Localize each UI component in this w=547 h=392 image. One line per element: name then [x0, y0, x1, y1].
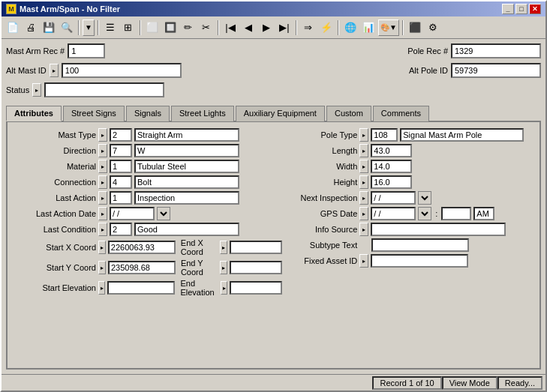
width-input[interactable] — [371, 160, 412, 173]
start-x-coord-row: Start X Coord ▸ End X Coord ▸ — [14, 238, 282, 256]
filter-dropdown[interactable]: ▼ — [83, 19, 95, 36]
close-button[interactable]: ✕ — [529, 4, 541, 14]
status-input[interactable] — [44, 82, 164, 97]
record-info: Record 1 of 10 — [380, 379, 434, 388]
gps-ampm-input[interactable] — [473, 207, 494, 220]
alt-pole-id-input[interactable] — [451, 63, 541, 78]
globe-button[interactable]: 🌐 — [342, 19, 359, 36]
start-y-coord-input[interactable] — [108, 261, 176, 274]
start-elevation-icon[interactable]: ▸ — [98, 281, 105, 295]
info-source-icon[interactable]: ▸ — [359, 223, 368, 236]
action2-button[interactable]: ⚡ — [318, 19, 335, 36]
end-elevation-icon[interactable]: ▸ — [221, 281, 227, 295]
subtype-text-input[interactable] — [371, 238, 469, 252]
misc1-button[interactable]: ⬛ — [407, 19, 423, 36]
fixed-asset-id-input[interactable] — [371, 254, 468, 268]
color-dropdown[interactable]: 🎨▼ — [378, 19, 399, 36]
chart-button[interactable]: 📊 — [360, 19, 377, 36]
end-y-coord-icon[interactable]: ▸ — [220, 261, 227, 274]
last-action-date-icon[interactable]: ▸ — [98, 207, 107, 220]
end-elevation-input[interactable] — [230, 281, 282, 295]
last-condition-code-input[interactable] — [110, 223, 132, 236]
direction-desc-input[interactable] — [134, 144, 239, 157]
length-input[interactable] — [371, 144, 412, 157]
tool1-button[interactable]: ⬜ — [144, 19, 161, 36]
connection-desc-input[interactable] — [134, 175, 239, 189]
alt-mast-id-input[interactable] — [62, 63, 182, 78]
list-button[interactable]: ☰ — [102, 19, 119, 36]
start-y-coord-icon[interactable]: ▸ — [98, 261, 106, 274]
tab-street-signs[interactable]: Street Signs — [63, 106, 125, 121]
next-inspection-input[interactable] — [371, 191, 416, 205]
mast-type-icon[interactable]: ▸ — [98, 128, 107, 142]
print-button[interactable]: 🖨 — [23, 19, 39, 36]
next-inspection-icon[interactable]: ▸ — [359, 191, 368, 205]
last-condition-desc-input[interactable] — [134, 223, 239, 236]
new-button[interactable]: 📄 — [5, 19, 21, 36]
tab-auxiliary-equipment[interactable]: Auxiliary Equipment — [236, 106, 325, 121]
nav-last-button[interactable]: ▶| — [276, 19, 293, 36]
alt-mast-id-icon[interactable]: ▸ — [50, 64, 59, 77]
last-condition-icon[interactable]: ▸ — [98, 223, 107, 236]
length-icon[interactable]: ▸ — [359, 144, 368, 157]
tab-attributes[interactable]: Attributes — [6, 106, 62, 121]
material-desc-input[interactable] — [134, 160, 239, 173]
last-action-code-input[interactable] — [110, 191, 132, 205]
connection-icon[interactable]: ▸ — [98, 175, 107, 189]
tab-street-lights[interactable]: Street Lights — [171, 106, 234, 121]
start-x-coord-icon[interactable]: ▸ — [98, 241, 106, 254]
last-action-icon[interactable]: ▸ — [98, 191, 107, 205]
grid-button[interactable]: ⊞ — [120, 19, 137, 36]
tab-comments[interactable]: Comments — [373, 106, 429, 121]
last-action-desc-input[interactable] — [134, 191, 239, 205]
pole-rec-input[interactable] — [451, 43, 541, 58]
nav-prev-button[interactable]: ◀ — [240, 19, 257, 36]
end-x-coord-icon[interactable]: ▸ — [220, 241, 227, 254]
direction-icon[interactable]: ▸ — [98, 144, 107, 157]
mast-arm-rec-input[interactable] — [68, 43, 105, 58]
tool3-button[interactable]: ✏ — [180, 19, 197, 36]
last-action-date-dropdown[interactable]: ▼ — [157, 207, 170, 220]
direction-code-input[interactable] — [110, 144, 132, 157]
mast-type-desc-input[interactable] — [134, 128, 239, 142]
material-icon[interactable]: ▸ — [98, 160, 107, 173]
search-button[interactable]: 🔍 — [59, 19, 75, 36]
connection-label: Connection — [14, 178, 96, 187]
material-code-input[interactable] — [110, 160, 132, 173]
gps-date-dropdown[interactable]: ▼ — [418, 207, 431, 220]
action1-button[interactable]: ⇒ — [300, 19, 317, 36]
mast-type-code-input[interactable] — [110, 128, 132, 142]
end-x-coord-input[interactable] — [230, 241, 282, 254]
end-y-coord-input[interactable] — [230, 261, 282, 274]
nav-next-button[interactable]: ▶ — [258, 19, 275, 36]
tool4-button[interactable]: ✂ — [198, 19, 215, 36]
last-action-date-input[interactable] — [110, 207, 155, 220]
width-icon[interactable]: ▸ — [359, 160, 368, 173]
connection-code-input[interactable] — [110, 175, 132, 189]
next-inspection-dropdown[interactable]: ▼ — [418, 191, 431, 205]
view-mode-label: View Mode — [449, 379, 490, 388]
nav-first-button[interactable]: |◀ — [222, 19, 239, 36]
gps-time-input[interactable] — [441, 207, 471, 220]
save-button[interactable]: 💾 — [41, 19, 57, 36]
gps-date-input[interactable] — [371, 207, 416, 220]
misc2-button[interactable]: ⚙ — [425, 19, 441, 36]
tool2-button[interactable]: 🔲 — [162, 19, 179, 36]
tab-custom[interactable]: Custom — [326, 106, 371, 121]
pole-type-desc-input[interactable] — [400, 128, 524, 142]
start-elevation-input[interactable] — [107, 281, 175, 295]
height-icon[interactable]: ▸ — [359, 175, 368, 189]
height-input[interactable] — [371, 175, 412, 189]
start-x-coord-input[interactable] — [108, 241, 176, 254]
tab-signals[interactable]: Signals — [126, 106, 170, 121]
view-mode-panel: View Mode — [442, 376, 497, 390]
maximize-button[interactable]: □ — [515, 4, 527, 14]
status-icon[interactable]: ▸ — [32, 83, 41, 97]
pole-type-code-input[interactable] — [371, 128, 398, 142]
fixed-asset-id-icon[interactable]: ▸ — [359, 254, 368, 268]
info-source-input[interactable] — [371, 223, 506, 236]
pole-type-icon[interactable]: ▸ — [359, 128, 368, 142]
gps-date-icon[interactable]: ▸ — [359, 207, 368, 220]
alt-pole-id-label: Alt Pole ID — [409, 66, 448, 75]
minimize-button[interactable]: _ — [502, 4, 514, 14]
